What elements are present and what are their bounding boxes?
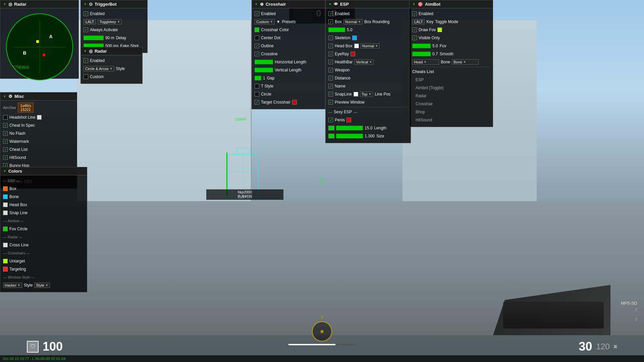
colors-snapline-swatch[interactable]	[3, 210, 8, 215]
esp-sexyesp-label: Sexy ESP	[334, 110, 352, 114]
crosshair-color-swatch[interactable]	[255, 27, 259, 32]
colors-fovcircle-swatch[interactable]	[3, 227, 8, 231]
radar-settings-body: Enabled Circle & Arrow Style Custom	[81, 55, 142, 83]
aimbot-drawfov-color[interactable]	[437, 27, 442, 32]
aimbot-drawfov-checkbox[interactable]	[412, 27, 417, 32]
misc-cheatlist-checkbox[interactable]	[3, 147, 8, 152]
crosshair-custom-dropdown[interactable]: Custom	[255, 19, 275, 24]
colors-headbox-swatch[interactable]	[3, 202, 8, 207]
esp-penis-checkbox[interactable]	[328, 118, 333, 122]
crosshair-centerdot-row: Center Dot	[255, 35, 322, 41]
triggerbot-lalt[interactable]: LALT	[84, 19, 96, 24]
crosshair-targetcross-color[interactable]	[292, 100, 297, 105]
esp-enabled-row: Enabled	[328, 10, 408, 17]
crosshair-centerdot-label: Center Dot	[261, 36, 280, 40]
esp-box-checkbox[interactable]	[328, 19, 333, 24]
esp-box-style-dropdown[interactable]: Normal	[343, 19, 363, 24]
esp-headbox-checkbox[interactable]	[328, 44, 333, 48]
colors-crossline-row: Cross Line	[3, 242, 84, 248]
esp-name-checkbox[interactable]	[328, 84, 333, 88]
crosshair-tstyle-checkbox[interactable]	[255, 84, 259, 88]
colors-style-label: Style	[24, 283, 33, 288]
radar-settings-title: Radar	[95, 49, 107, 54]
misc-watermark-checkbox[interactable]	[3, 139, 8, 144]
aimbot-head-dropdown[interactable]: Head	[412, 59, 439, 65]
esp-enabled-label: Enabled	[335, 11, 350, 16]
crosshair-targetcross-checkbox[interactable]	[255, 100, 259, 105]
aimbot-smooth-label: Smooth	[440, 52, 453, 56]
esp-preview-checkbox[interactable]	[328, 100, 333, 105]
misc-cheatinspec-row: Cheat In Spec	[3, 122, 74, 129]
misc-cheatlist-label: Cheat List	[9, 147, 28, 152]
crosshair-outline-label: Outline	[261, 44, 274, 48]
esp-snapline-pos-dropdown[interactable]: Top	[360, 92, 373, 97]
radar-style-dropdown[interactable]: Circle & Arrow	[84, 66, 114, 71]
colors-untarget-swatch[interactable]	[3, 259, 8, 263]
misc-cheatinspec-checkbox[interactable]	[3, 123, 8, 128]
misc-headshotline-color[interactable]	[37, 115, 42, 120]
crosshair-outline-row: Outline	[255, 43, 322, 49]
esp-skeleton-color[interactable]	[352, 36, 357, 40]
esp-weapon-checkbox[interactable]	[328, 68, 333, 72]
triggerbot-delay-bar[interactable]	[84, 36, 104, 40]
triggerbot-body: Enabled LALT Togglekey Always Activate 9…	[81, 8, 147, 53]
esp-headbox-style-dropdown[interactable]: Normal	[361, 43, 380, 49]
misc-hitsound-checkbox[interactable]	[3, 155, 8, 160]
triggerbot-togglekey-dropdown[interactable]: Togglekey	[98, 19, 121, 24]
colors-untarget-label: Untarget	[9, 259, 25, 263]
esp-healthbar-checkbox[interactable]	[328, 60, 333, 64]
aimbot-visonly-checkbox[interactable]	[412, 36, 417, 40]
radar-custom-checkbox[interactable]	[84, 74, 88, 79]
esp-eyeray-label: EyeRay	[335, 52, 349, 56]
esp-box-rounding-bar[interactable]	[328, 27, 345, 32]
player-dot	[43, 54, 45, 56]
colors-targeting-swatch[interactable]	[3, 267, 8, 272]
esp-distance-checkbox[interactable]	[328, 76, 333, 80]
esp-snapline-checkbox[interactable]	[328, 92, 333, 97]
aimbot-enabled-checkbox[interactable]	[412, 11, 417, 16]
triggerbot-delay-value: 90 m	[105, 36, 114, 40]
colors-box-swatch[interactable]	[3, 186, 8, 191]
colors-crossline-swatch[interactable]	[3, 243, 8, 247]
esp-penis-size-bar[interactable]	[336, 134, 363, 138]
esp-snapline-color[interactable]	[354, 92, 358, 97]
esp-penis-length-bar[interactable]	[336, 126, 363, 130]
crosshair-body: Enabled Custom ▼ Presets Crosshair Color…	[252, 8, 325, 109]
esp-healthbar-style-dropdown[interactable]: Vertical	[354, 59, 374, 65]
esp-skeleton-label: Skeleton	[335, 36, 351, 40]
aimbot-smooth-bar[interactable]	[412, 52, 431, 56]
crosshair-centerdot-checkbox[interactable]	[255, 36, 259, 40]
misc-headshotline-checkbox[interactable]	[3, 115, 8, 120]
esp-skeleton-checkbox[interactable]	[328, 36, 333, 40]
aimbot-bone-label: Bone	[441, 60, 450, 64]
aimbot-lalt[interactable]: LALT	[412, 19, 425, 24]
radar-icon: ◎	[8, 2, 12, 7]
colors-aimbot-header: — Aimbot —	[3, 218, 84, 224]
esp-eyeray-checkbox[interactable]	[328, 52, 333, 56]
radar-enabled-checkbox[interactable]	[84, 58, 88, 63]
crosshair-hlength-bar[interactable]	[255, 60, 273, 64]
colors-hacker-dropdown[interactable]: Hacker	[3, 283, 22, 288]
crosshair-presets-label: Presets	[282, 19, 296, 24]
crosshair-outline-checkbox[interactable]	[255, 44, 259, 48]
crosshair-enabled-checkbox[interactable]	[255, 11, 259, 16]
triggerbot-always-checkbox[interactable]	[84, 27, 88, 32]
misc-noflash-checkbox[interactable]	[3, 131, 8, 136]
triggerbot-enabled-checkbox[interactable]	[84, 11, 88, 16]
aimbot-fov-bar[interactable]	[412, 44, 431, 48]
crosshair-vlength-bar[interactable]	[255, 68, 273, 72]
colors-targeting-label: Targeting	[9, 267, 26, 272]
colors-style-dropdown[interactable]: Style	[34, 283, 50, 288]
crosshair-crossline-checkbox[interactable]	[255, 52, 259, 56]
cheat-hitsound: HitSound	[416, 117, 490, 123]
esp-eyeray-color[interactable]	[351, 52, 355, 56]
esp-headbox-color[interactable]	[354, 44, 359, 48]
esp-snapline-label: SnapLine	[335, 92, 352, 97]
aimbot-bone-dropdown[interactable]: Bone	[452, 59, 479, 65]
crosshair-circle-checkbox[interactable]	[255, 92, 259, 97]
esp-enabled-checkbox[interactable]	[328, 11, 333, 16]
esp-penis-color[interactable]	[346, 118, 351, 122]
esp-headbox-row: Head Box Normal	[328, 43, 408, 49]
crosshair-gap-bar[interactable]	[255, 76, 261, 80]
colors-bone-swatch[interactable]	[3, 194, 8, 199]
